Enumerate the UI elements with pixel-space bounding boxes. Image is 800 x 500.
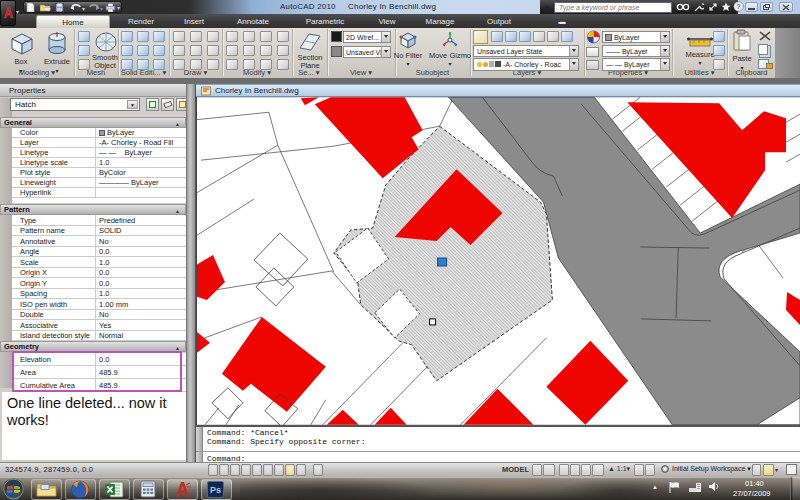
svg-text:?: ? xyxy=(737,3,741,10)
